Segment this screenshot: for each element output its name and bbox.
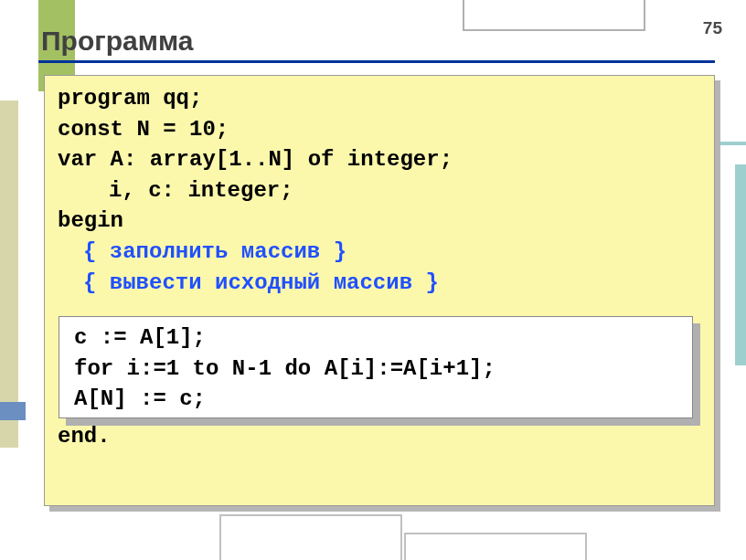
- page-number: 75: [703, 18, 722, 38]
- highlight-line: c := A[1];: [74, 322, 677, 354]
- code-line: var A: array[1..N] of integer;: [58, 144, 701, 175]
- title-underline: [38, 60, 715, 63]
- decoration-top-gray: [463, 0, 645, 31]
- decoration-bottom-box: [404, 533, 587, 560]
- code-comment: { вывести исходный массив }: [58, 268, 701, 299]
- code-line: program qq;: [58, 83, 701, 114]
- code-line: const N = 10;: [58, 114, 701, 145]
- decoration-right-teal: [735, 164, 746, 365]
- highlight-line: A[N] := c;: [74, 384, 677, 415]
- code-line: i, c: integer;: [58, 175, 701, 206]
- code-box: program qq; const N = 10; var A: array[1…: [44, 75, 715, 506]
- code-line: begin: [58, 206, 701, 237]
- page-title: Программа: [41, 26, 193, 57]
- highlight-box: c := A[1]; for i:=1 to N-1 do A[i]:=A[i+…: [59, 316, 693, 418]
- highlight-line: for i:=1 to N-1 do A[i]:=A[i+1];: [74, 354, 677, 385]
- decoration-left-blue: [0, 402, 26, 420]
- decoration-bottom-box: [219, 514, 402, 560]
- decoration-left-olive: [0, 100, 18, 448]
- code-comment: { заполнить массив }: [58, 237, 701, 268]
